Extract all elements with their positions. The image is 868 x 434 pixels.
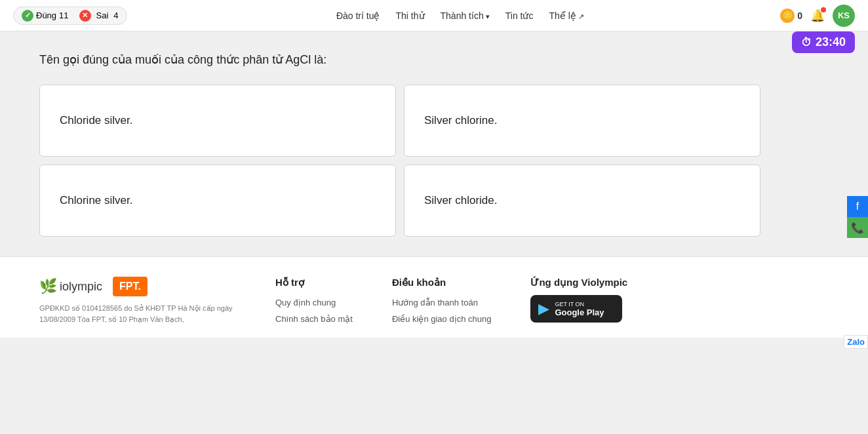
- footer-link-dieu-kien[interactable]: Điều kiện giao dịch chung: [392, 314, 492, 324]
- topbar: ✓ Đúng 11 ✕ Sai 4 Đào trí tuệ Thi thử Th…: [0, 0, 868, 31]
- question-text: Tên gọi đúng của muối của công thức phân…: [39, 51, 829, 69]
- coin-count: 0: [797, 10, 802, 21]
- google-play-text: GET IT ON Google Play: [555, 301, 604, 317]
- answer-a-text: Chloride silver.: [60, 114, 133, 127]
- wrong-label: Sai: [96, 10, 109, 20]
- zalo-label-text: Zalo: [847, 337, 865, 347]
- nav-tin-tuc[interactable]: Tin tức: [505, 10, 534, 21]
- topbar-nav: Đào trí tuệ Thi thử Thành tích Tin tức T…: [140, 10, 781, 21]
- footer-link-chinh-sach[interactable]: Chính sách bảo mật: [275, 314, 353, 324]
- topbar-right: 🪙 0 🔔 KS: [780, 5, 855, 27]
- correct-label: Đúng: [36, 10, 56, 20]
- dieukhoan-title: Điều khoản: [392, 277, 492, 288]
- coin-badge: 🪙 0: [780, 9, 802, 23]
- status-badge: ✓ Đúng 11 ✕ Sai 4: [13, 7, 127, 25]
- gpdkkd-text: GPĐKKD số 0104128565 do Sở KHĐT TP Hà Nộ…: [39, 304, 233, 323]
- nav-thi-thu[interactable]: Thi thử: [396, 10, 425, 21]
- gp-google-play: Google Play: [555, 307, 604, 317]
- vio-logo: 🌿 iolympic: [39, 278, 102, 295]
- footer-link-huong-dan[interactable]: Hướng dẫn thanh toán: [392, 298, 492, 307]
- footer-col-hotro: Hỗ trợ Quy định chung Chính sách bảo mật: [275, 277, 353, 325]
- side-social: f 📞: [847, 196, 868, 238]
- answer-card-d[interactable]: Silver chloride.: [404, 165, 760, 237]
- topbar-left: ✓ Đúng 11 ✕ Sai 4: [13, 7, 127, 25]
- answer-card-b[interactable]: Silver chlorine.: [404, 85, 760, 157]
- bell-icon[interactable]: 🔔: [810, 9, 825, 23]
- timer-value: 23:40: [816, 35, 846, 49]
- answer-card-a[interactable]: Chloride silver.: [39, 85, 396, 157]
- google-play-icon: ▶: [538, 300, 549, 317]
- phone-button[interactable]: 📞: [847, 217, 868, 238]
- app-title: Ứng dụng Violympic: [530, 277, 627, 288]
- coin-icon: 🪙: [780, 9, 795, 23]
- answer-c-text: Chlorine silver.: [60, 194, 133, 207]
- facebook-button[interactable]: f: [847, 196, 868, 217]
- footer-link-quy-dinh[interactable]: Quy định chung: [275, 298, 353, 307]
- main-content: Tên gọi đúng của muối của công thức phân…: [0, 31, 868, 250]
- avatar[interactable]: KS: [833, 5, 855, 27]
- footer-gpdkkd: GPĐKKD số 0104128565 do Sở KHĐT TP Hà Nộ…: [39, 303, 236, 325]
- gp-get-it-on: GET IT ON: [555, 301, 604, 307]
- fpt-logo: FPT.: [113, 277, 148, 296]
- answer-b-text: Silver chlorine.: [424, 114, 498, 127]
- bell-notification-dot: [821, 7, 826, 12]
- timer-icon: ⏱: [801, 37, 812, 49]
- answer-d-text: Silver chloride.: [424, 194, 498, 207]
- fpt-label: FPT.: [119, 281, 141, 292]
- nav-dao-tri-tue[interactable]: Đào trí tuệ: [336, 10, 380, 21]
- wrong-status: ✕ Sai 4: [79, 10, 119, 22]
- answers-grid: Chloride silver. Silver chlorine. Chlori…: [39, 85, 760, 237]
- zalo-button[interactable]: Zalo: [844, 335, 868, 349]
- timer-box: ⏱ 23:40: [792, 31, 855, 53]
- footer-logos: 🌿 iolympic FPT.: [39, 277, 236, 296]
- nav-thanh-tich[interactable]: Thành tích: [441, 10, 490, 21]
- footer-col-dieukhoan: Điều khoản Hướng dẫn thanh toán Điều kiệ…: [392, 277, 492, 325]
- correct-count: 11: [59, 10, 68, 20]
- phone-icon: 📞: [851, 222, 864, 234]
- vio-logo-text: iolympic: [60, 280, 102, 294]
- question-text-main: Tên gọi đúng của muối của công thức phân…: [39, 53, 326, 66]
- vio-leaf-icon: 🌿: [39, 278, 57, 295]
- footer: 🌿 iolympic FPT. GPĐKKD số 0104128565 do …: [0, 256, 868, 338]
- check-icon: ✓: [22, 10, 33, 22]
- footer-brand: 🌿 iolympic FPT. GPĐKKD số 0104128565 do …: [39, 277, 236, 325]
- correct-status: ✓ Đúng 11: [22, 10, 69, 22]
- answer-card-c[interactable]: Chlorine silver.: [39, 165, 396, 237]
- footer-app: Ứng dụng Violympic ▶ GET IT ON Google Pl…: [530, 277, 627, 325]
- wrong-count: 4: [113, 10, 118, 20]
- nav-the-le[interactable]: Thể lệ: [549, 10, 583, 21]
- google-play-badge[interactable]: ▶ GET IT ON Google Play: [530, 295, 622, 323]
- hotro-title: Hỗ trợ: [275, 277, 353, 288]
- x-icon: ✕: [79, 10, 91, 22]
- facebook-icon: f: [856, 201, 859, 212]
